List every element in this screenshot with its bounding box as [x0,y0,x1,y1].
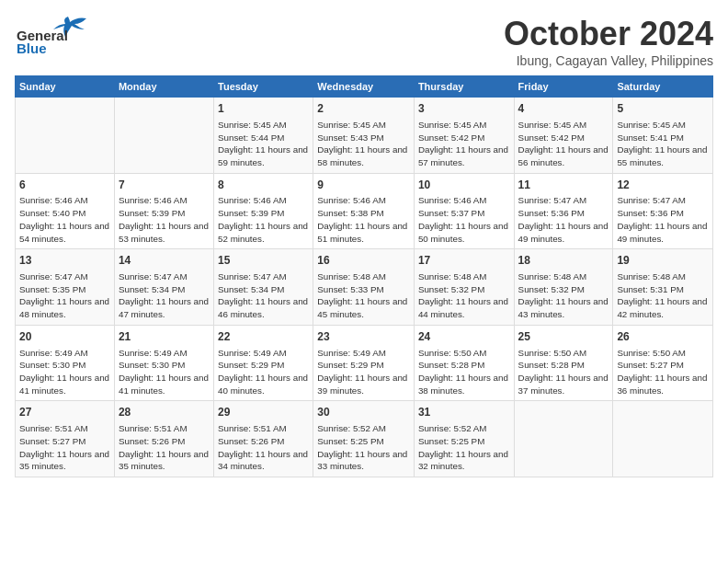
day-number: 31 [418,405,510,420]
calendar-cell: 10Sunrise: 5:46 AMSunset: 5:37 PMDayligh… [414,173,514,249]
cell-info: Sunrise: 5:50 AMSunset: 5:28 PMDaylight:… [518,347,609,397]
header-cell-wednesday: Wednesday [313,76,415,98]
week-row-2: 6Sunrise: 5:46 AMSunset: 5:40 PMDaylight… [16,173,713,249]
day-number: 28 [119,405,210,420]
cell-info: Sunrise: 5:48 AMSunset: 5:32 PMDaylight:… [518,270,609,321]
header-row: SundayMondayTuesdayWednesdayThursdayFrid… [16,76,713,98]
calendar-cell: 23Sunrise: 5:49 AMSunset: 5:29 PMDayligh… [313,325,415,401]
cell-info: Sunrise: 5:45 AMSunset: 5:44 PMDaylight:… [218,119,309,169]
calendar-cell: 1Sunrise: 5:45 AMSunset: 5:44 PMDaylight… [214,98,313,174]
day-number: 10 [418,178,510,193]
header-cell-tuesday: Tuesday [214,76,313,98]
day-number: 15 [218,253,309,269]
day-number: 21 [119,329,210,345]
calendar-cell [613,401,713,477]
calendar-cell: 26Sunrise: 5:50 AMSunset: 5:27 PMDayligh… [613,325,713,401]
cell-info: Sunrise: 5:45 AMSunset: 5:42 PMDaylight:… [418,119,510,169]
day-number: 5 [617,101,709,117]
calendar-cell: 4Sunrise: 5:45 AMSunset: 5:42 PMDaylight… [514,98,613,174]
day-number: 14 [119,253,210,269]
day-number: 23 [317,329,410,345]
cell-info: Sunrise: 5:50 AMSunset: 5:27 PMDaylight:… [617,347,709,397]
day-number: 7 [119,178,210,193]
day-number: 29 [218,405,309,420]
cell-info: Sunrise: 5:45 AMSunset: 5:43 PMDaylight:… [317,119,410,169]
cell-info: Sunrise: 5:52 AMSunset: 5:25 PMDaylight:… [418,422,510,473]
day-number: 1 [218,101,309,117]
day-number: 27 [19,405,110,420]
cell-info: Sunrise: 5:47 AMSunset: 5:34 PMDaylight:… [218,270,309,321]
calendar-cell: 9Sunrise: 5:46 AMSunset: 5:38 PMDaylight… [313,173,415,249]
calendar-cell: 6Sunrise: 5:46 AMSunset: 5:40 PMDaylight… [16,173,115,249]
calendar-cell: 13Sunrise: 5:47 AMSunset: 5:35 PMDayligh… [16,249,115,326]
calendar-cell: 27Sunrise: 5:51 AMSunset: 5:27 PMDayligh… [16,401,115,477]
cell-info: Sunrise: 5:49 AMSunset: 5:30 PMDaylight:… [119,347,210,397]
cell-info: Sunrise: 5:51 AMSunset: 5:27 PMDaylight:… [19,422,110,473]
day-number: 9 [317,178,410,193]
logo: General Blue [15,15,97,55]
calendar-cell: 20Sunrise: 5:49 AMSunset: 5:30 PMDayligh… [16,325,115,401]
header-cell-friday: Friday [514,76,613,98]
svg-text:Blue: Blue [17,40,47,55]
day-number: 16 [317,253,410,269]
header-cell-monday: Monday [114,76,213,98]
cell-info: Sunrise: 5:51 AMSunset: 5:26 PMDaylight:… [218,422,309,473]
cell-info: Sunrise: 5:47 AMSunset: 5:35 PMDaylight:… [19,270,110,321]
calendar-cell: 8Sunrise: 5:46 AMSunset: 5:39 PMDaylight… [214,173,313,249]
cell-info: Sunrise: 5:47 AMSunset: 5:36 PMDaylight:… [617,194,709,245]
calendar-cell [16,98,115,174]
day-number: 20 [19,329,110,345]
cell-info: Sunrise: 5:46 AMSunset: 5:39 PMDaylight:… [218,194,309,245]
day-number: 12 [617,178,709,193]
logo-svg: General Blue [15,15,97,55]
day-number: 26 [617,329,709,345]
cell-info: Sunrise: 5:46 AMSunset: 5:39 PMDaylight:… [119,194,210,245]
calendar-cell: 25Sunrise: 5:50 AMSunset: 5:28 PMDayligh… [514,325,613,401]
calendar-cell: 7Sunrise: 5:46 AMSunset: 5:39 PMDaylight… [114,173,213,249]
calendar-cell: 28Sunrise: 5:51 AMSunset: 5:26 PMDayligh… [114,401,213,477]
day-number: 2 [317,101,410,117]
title-block: October 2024 Ibung, Cagayan Valley, Phil… [504,15,713,68]
day-number: 3 [418,101,510,117]
day-number: 25 [518,329,609,345]
calendar-cell: 19Sunrise: 5:48 AMSunset: 5:31 PMDayligh… [613,249,713,326]
day-number: 11 [518,178,609,193]
cell-info: Sunrise: 5:49 AMSunset: 5:30 PMDaylight:… [19,347,110,397]
week-row-3: 13Sunrise: 5:47 AMSunset: 5:35 PMDayligh… [16,249,713,326]
day-number: 17 [418,253,510,269]
calendar-cell: 3Sunrise: 5:45 AMSunset: 5:42 PMDaylight… [414,98,514,174]
calendar-cell [514,401,613,477]
calendar-cell: 16Sunrise: 5:48 AMSunset: 5:33 PMDayligh… [313,249,415,326]
day-number: 13 [19,253,110,269]
calendar-cell: 11Sunrise: 5:47 AMSunset: 5:36 PMDayligh… [514,173,613,249]
day-number: 30 [317,405,410,420]
location: Ibung, Cagayan Valley, Philippines [504,53,713,68]
calendar-cell: 18Sunrise: 5:48 AMSunset: 5:32 PMDayligh… [514,249,613,326]
calendar-cell: 24Sunrise: 5:50 AMSunset: 5:28 PMDayligh… [414,325,514,401]
cell-info: Sunrise: 5:47 AMSunset: 5:36 PMDaylight:… [518,194,609,245]
header-cell-thursday: Thursday [414,76,514,98]
cell-info: Sunrise: 5:48 AMSunset: 5:33 PMDaylight:… [317,270,410,321]
header-cell-saturday: Saturday [613,76,713,98]
week-row-4: 20Sunrise: 5:49 AMSunset: 5:30 PMDayligh… [16,325,713,401]
cell-info: Sunrise: 5:46 AMSunset: 5:40 PMDaylight:… [19,194,110,245]
page-header: General Blue October 2024 Ibung, Cagayan… [15,15,713,68]
cell-info: Sunrise: 5:49 AMSunset: 5:29 PMDaylight:… [218,347,309,397]
calendar-cell: 12Sunrise: 5:47 AMSunset: 5:36 PMDayligh… [613,173,713,249]
week-row-1: 1Sunrise: 5:45 AMSunset: 5:44 PMDaylight… [16,98,713,174]
header-cell-sunday: Sunday [16,76,115,98]
cell-info: Sunrise: 5:51 AMSunset: 5:26 PMDaylight:… [119,422,210,473]
calendar-cell: 15Sunrise: 5:47 AMSunset: 5:34 PMDayligh… [214,249,313,326]
week-row-5: 27Sunrise: 5:51 AMSunset: 5:27 PMDayligh… [16,401,713,477]
calendar-cell: 14Sunrise: 5:47 AMSunset: 5:34 PMDayligh… [114,249,213,326]
cell-info: Sunrise: 5:48 AMSunset: 5:32 PMDaylight:… [418,270,510,321]
day-number: 24 [418,329,510,345]
calendar-cell: 5Sunrise: 5:45 AMSunset: 5:41 PMDaylight… [613,98,713,174]
cell-info: Sunrise: 5:45 AMSunset: 5:41 PMDaylight:… [617,119,709,169]
cell-info: Sunrise: 5:45 AMSunset: 5:42 PMDaylight:… [518,119,609,169]
calendar-cell: 31Sunrise: 5:52 AMSunset: 5:25 PMDayligh… [414,401,514,477]
calendar-cell: 30Sunrise: 5:52 AMSunset: 5:25 PMDayligh… [313,401,415,477]
calendar-cell: 21Sunrise: 5:49 AMSunset: 5:30 PMDayligh… [114,325,213,401]
day-number: 19 [617,253,709,269]
calendar-cell: 17Sunrise: 5:48 AMSunset: 5:32 PMDayligh… [414,249,514,326]
